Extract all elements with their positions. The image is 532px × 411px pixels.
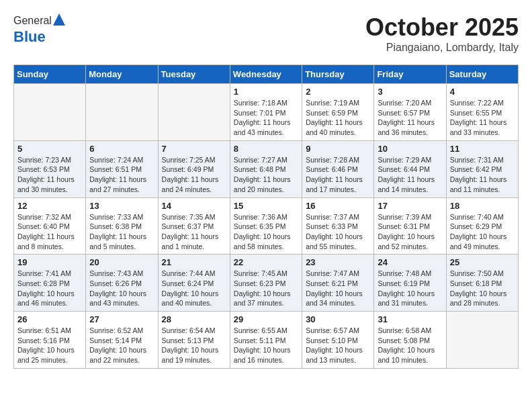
day-info: Sunrise: 6:55 AMSunset: 5:11 PMDaylight:…: [234, 326, 298, 365]
month-title: October 2025: [365, 13, 519, 42]
day-number: 20: [89, 257, 154, 267]
day-number: 2: [306, 87, 370, 97]
weekday-header-saturday: Saturday: [446, 65, 518, 84]
calendar-cell: 12Sunrise: 7:32 AMSunset: 6:40 PMDayligh…: [14, 197, 86, 255]
day-info: Sunrise: 7:20 AMSunset: 6:57 PMDaylight:…: [378, 98, 442, 138]
calendar-cell: 19Sunrise: 7:41 AMSunset: 6:28 PMDayligh…: [14, 255, 86, 312]
calendar-week-row: 19Sunrise: 7:41 AMSunset: 6:28 PMDayligh…: [14, 255, 519, 312]
calendar-cell: 9Sunrise: 7:28 AMSunset: 6:46 PMDaylight…: [302, 140, 374, 197]
day-info: Sunrise: 7:28 AMSunset: 6:46 PMDaylight:…: [306, 155, 370, 195]
calendar-cell: 17Sunrise: 7:39 AMSunset: 6:31 PMDayligh…: [374, 197, 446, 255]
calendar-cell: 5Sunrise: 7:23 AMSunset: 6:53 PMDaylight…: [14, 140, 86, 197]
weekday-header-monday: Monday: [86, 65, 158, 84]
page-header: General Blue October 2025 Piangaiano, Lo…: [13, 13, 519, 54]
day-info: Sunrise: 7:31 AMSunset: 6:42 PMDaylight:…: [450, 155, 515, 195]
day-info: Sunrise: 7:48 AMSunset: 6:19 PMDaylight:…: [378, 269, 442, 308]
calendar-cell: 27Sunrise: 6:52 AMSunset: 5:14 PMDayligh…: [86, 312, 158, 369]
day-info: Sunrise: 7:29 AMSunset: 6:44 PMDaylight:…: [378, 155, 442, 195]
calendar-week-row: 26Sunrise: 6:51 AMSunset: 5:16 PMDayligh…: [14, 312, 519, 369]
location-title: Piangaiano, Lombardy, Italy: [365, 42, 519, 54]
day-info: Sunrise: 6:57 AMSunset: 5:10 PMDaylight:…: [306, 326, 370, 365]
day-number: 6: [89, 144, 154, 154]
day-info: Sunrise: 7:39 AMSunset: 6:31 PMDaylight:…: [378, 212, 442, 252]
calendar-cell: 18Sunrise: 7:40 AMSunset: 6:29 PMDayligh…: [446, 197, 518, 255]
calendar-cell: 6Sunrise: 7:24 AMSunset: 6:51 PMDaylight…: [86, 140, 158, 197]
day-info: Sunrise: 7:45 AMSunset: 6:23 PMDaylight:…: [234, 269, 298, 308]
day-number: 10: [378, 144, 442, 154]
title-block: October 2025 Piangaiano, Lombardy, Italy: [365, 13, 519, 54]
weekday-header-row: SundayMondayTuesdayWednesdayThursdayFrid…: [14, 65, 519, 84]
calendar-cell: 2Sunrise: 7:19 AMSunset: 6:59 PMDaylight…: [302, 84, 374, 141]
calendar-cell: [446, 312, 518, 369]
weekday-header-thursday: Thursday: [302, 65, 374, 84]
calendar-cell: 23Sunrise: 7:47 AMSunset: 6:21 PMDayligh…: [302, 255, 374, 312]
day-number: 29: [234, 314, 298, 324]
calendar-cell: 31Sunrise: 6:58 AMSunset: 5:08 PMDayligh…: [374, 312, 446, 369]
logo-general-text: General: [13, 15, 52, 27]
svg-marker-0: [53, 13, 65, 26]
calendar-cell: [158, 84, 230, 141]
calendar-cell: 29Sunrise: 6:55 AMSunset: 5:11 PMDayligh…: [230, 312, 302, 369]
weekday-header-tuesday: Tuesday: [158, 65, 230, 84]
day-info: Sunrise: 7:27 AMSunset: 6:48 PMDaylight:…: [234, 155, 298, 195]
calendar-cell: 26Sunrise: 6:51 AMSunset: 5:16 PMDayligh…: [14, 312, 86, 369]
day-info: Sunrise: 6:54 AMSunset: 5:13 PMDaylight:…: [162, 326, 226, 365]
weekday-header-sunday: Sunday: [14, 65, 86, 84]
day-number: 26: [17, 314, 82, 324]
day-info: Sunrise: 6:52 AMSunset: 5:14 PMDaylight:…: [89, 326, 154, 365]
calendar-cell: 16Sunrise: 7:37 AMSunset: 6:33 PMDayligh…: [302, 197, 374, 255]
day-number: 30: [306, 314, 370, 324]
weekday-header-wednesday: Wednesday: [230, 65, 302, 84]
logo-blue-text: Blue: [13, 28, 46, 45]
day-number: 22: [234, 257, 298, 267]
day-number: 18: [450, 201, 515, 211]
day-number: 27: [89, 314, 154, 324]
day-number: 4: [450, 87, 515, 97]
day-info: Sunrise: 7:22 AMSunset: 6:55 PMDaylight:…: [450, 98, 515, 138]
calendar-cell: 22Sunrise: 7:45 AMSunset: 6:23 PMDayligh…: [230, 255, 302, 312]
day-number: 7: [162, 144, 226, 154]
calendar-cell: 25Sunrise: 7:50 AMSunset: 6:18 PMDayligh…: [446, 255, 518, 312]
day-number: 5: [17, 144, 82, 154]
day-number: 14: [162, 201, 226, 211]
day-number: 13: [89, 201, 154, 211]
calendar-table: SundayMondayTuesdayWednesdayThursdayFrid…: [13, 64, 519, 369]
calendar-cell: 14Sunrise: 7:35 AMSunset: 6:37 PMDayligh…: [158, 197, 230, 255]
day-info: Sunrise: 7:37 AMSunset: 6:33 PMDaylight:…: [306, 212, 370, 252]
day-info: Sunrise: 7:41 AMSunset: 6:28 PMDaylight:…: [17, 269, 82, 308]
calendar-cell: 8Sunrise: 7:27 AMSunset: 6:48 PMDaylight…: [230, 140, 302, 197]
calendar-week-row: 12Sunrise: 7:32 AMSunset: 6:40 PMDayligh…: [14, 197, 519, 255]
calendar-cell: 28Sunrise: 6:54 AMSunset: 5:13 PMDayligh…: [158, 312, 230, 369]
day-info: Sunrise: 7:40 AMSunset: 6:29 PMDaylight:…: [450, 212, 515, 252]
day-info: Sunrise: 6:58 AMSunset: 5:08 PMDaylight:…: [378, 326, 442, 365]
day-info: Sunrise: 7:47 AMSunset: 6:21 PMDaylight:…: [306, 269, 370, 308]
calendar-week-row: 1Sunrise: 7:18 AMSunset: 7:01 PMDaylight…: [14, 84, 519, 141]
day-number: 21: [162, 257, 226, 267]
day-number: 25: [450, 257, 515, 267]
day-number: 16: [306, 201, 370, 211]
day-number: 23: [306, 257, 370, 267]
calendar-cell: 3Sunrise: 7:20 AMSunset: 6:57 PMDaylight…: [374, 84, 446, 141]
day-info: Sunrise: 7:43 AMSunset: 6:26 PMDaylight:…: [89, 269, 154, 308]
calendar-cell: 24Sunrise: 7:48 AMSunset: 6:19 PMDayligh…: [374, 255, 446, 312]
logo: General Blue: [13, 13, 65, 46]
day-number: 8: [234, 144, 298, 154]
day-info: Sunrise: 7:25 AMSunset: 6:49 PMDaylight:…: [162, 155, 226, 195]
day-info: Sunrise: 7:44 AMSunset: 6:24 PMDaylight:…: [162, 269, 226, 308]
calendar-cell: 30Sunrise: 6:57 AMSunset: 5:10 PMDayligh…: [302, 312, 374, 369]
day-number: 24: [378, 257, 442, 267]
day-number: 1: [234, 87, 298, 97]
day-info: Sunrise: 7:33 AMSunset: 6:38 PMDaylight:…: [89, 212, 154, 252]
day-info: Sunrise: 7:36 AMSunset: 6:35 PMDaylight:…: [234, 212, 298, 252]
calendar-cell: 10Sunrise: 7:29 AMSunset: 6:44 PMDayligh…: [374, 140, 446, 197]
day-number: 9: [306, 144, 370, 154]
day-info: Sunrise: 7:23 AMSunset: 6:53 PMDaylight:…: [17, 155, 82, 195]
calendar-cell: 7Sunrise: 7:25 AMSunset: 6:49 PMDaylight…: [158, 140, 230, 197]
day-info: Sunrise: 7:50 AMSunset: 6:18 PMDaylight:…: [450, 269, 515, 308]
day-number: 12: [17, 201, 82, 211]
calendar-cell: 4Sunrise: 7:22 AMSunset: 6:55 PMDaylight…: [446, 84, 518, 141]
calendar-cell: 20Sunrise: 7:43 AMSunset: 6:26 PMDayligh…: [86, 255, 158, 312]
calendar-cell: 1Sunrise: 7:18 AMSunset: 7:01 PMDaylight…: [230, 84, 302, 141]
calendar-cell: [86, 84, 158, 141]
calendar-cell: 13Sunrise: 7:33 AMSunset: 6:38 PMDayligh…: [86, 197, 158, 255]
